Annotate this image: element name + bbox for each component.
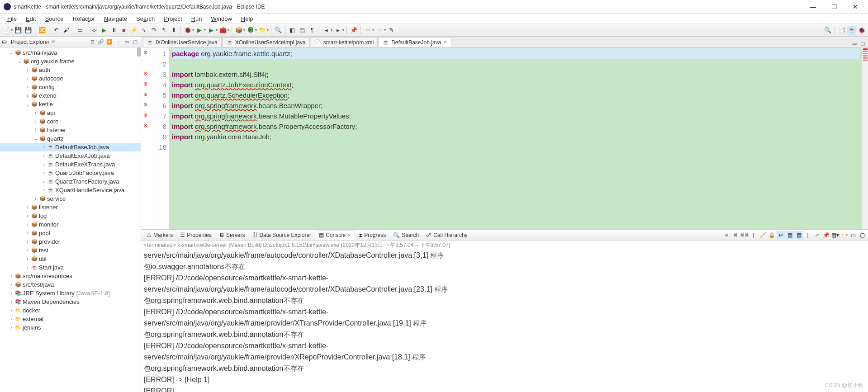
menu-project[interactable]: Project: [159, 14, 186, 23]
tree-config[interactable]: config: [39, 84, 55, 90]
max-icon[interactable]: ▢: [132, 38, 139, 46]
menu-search[interactable]: Search: [132, 14, 159, 23]
new-src-icon[interactable]: 📁: [258, 26, 267, 35]
disconnect-icon[interactable]: ⚡: [129, 26, 138, 35]
tab-console[interactable]: ▤Console✕: [315, 231, 355, 240]
error-marker-icon[interactable]: ⊗: [141, 68, 149, 79]
toggle-ws-icon[interactable]: ¶: [308, 26, 317, 35]
tab-search[interactable]: 🔍Search: [389, 231, 422, 239]
quick-access-icon[interactable]: 🔍: [823, 26, 832, 35]
error-marker-icon[interactable]: ⊗: [141, 120, 149, 131]
code-area[interactable]: package org.yaukie.frame.kettle.quartz; …: [169, 47, 862, 229]
new-icon[interactable]: 📄: [2, 26, 11, 35]
switch-icon[interactable]: 🔀: [38, 26, 47, 35]
tab-servers[interactable]: 🖥Servers: [215, 231, 248, 239]
error-marker-icon[interactable]: ⊗: [141, 99, 149, 110]
tree-listener2[interactable]: listener: [39, 204, 58, 211]
tree-autocode[interactable]: autocode: [39, 75, 63, 82]
console-display-icon[interactable]: ▤▾: [831, 231, 839, 239]
tab-callh[interactable]: ☍Call Hierarchy: [422, 231, 471, 239]
project-tree[interactable]: ⌄src/main/java ⌄org.yaukie.frame ›auth ›…: [0, 47, 141, 392]
tab-xonlineuserserviceimpl[interactable]: XOnlineUserServiceImpl.java: [223, 37, 310, 47]
error-marker-icon[interactable]: ⊗: [141, 79, 149, 89]
minimize-button[interactable]: —: [806, 3, 820, 10]
console-pin-icon[interactable]: 📌: [822, 231, 830, 239]
console-show-on-out-icon[interactable]: ▤: [786, 231, 794, 239]
fwd-icon[interactable]: ⇨: [375, 26, 384, 35]
menu-refactor[interactable]: Refactor: [68, 14, 100, 23]
tree-defaultexexjob[interactable]: DefaultExeXJob.java: [55, 152, 110, 159]
code-editor[interactable]: ⊗ ⊗ ⊗ ⊗ ⊗ ⊗ ⊗ 123 456 789 10 package org…: [141, 47, 868, 229]
link-editor-icon[interactable]: 🔗: [97, 38, 104, 46]
java-perspective-icon[interactable]: ☕: [847, 26, 856, 35]
tree-quartz[interactable]: quartz: [47, 135, 63, 142]
gutter[interactable]: ⊗ ⊗ ⊗ ⊗ ⊗ ⊗ ⊗: [141, 47, 157, 229]
next-ann-icon[interactable]: ▸: [333, 26, 342, 35]
back-icon[interactable]: ⇦: [363, 26, 372, 35]
tree-kettle[interactable]: kettle: [39, 101, 53, 108]
menu-window[interactable]: Window: [207, 14, 237, 23]
bp-max-icon[interactable]: ▢: [858, 231, 866, 239]
coverage-icon[interactable]: ▶: [207, 26, 216, 35]
tree-provider[interactable]: provider: [39, 238, 60, 245]
search-icon[interactable]: 🔍: [274, 26, 283, 35]
tree-defaultbasejob[interactable]: DefaultBaseJob.java: [55, 144, 109, 151]
tree-api[interactable]: api: [47, 109, 55, 116]
bp-min-icon[interactable]: ▭: [849, 231, 857, 239]
tree-core[interactable]: core: [47, 118, 58, 125]
tree-srctest[interactable]: src/test/java: [23, 281, 54, 288]
run-icon[interactable]: ▶: [195, 26, 204, 35]
close-button[interactable]: ✕: [849, 3, 862, 10]
explorer-close-icon[interactable]: ✕: [51, 39, 55, 45]
menu-source[interactable]: Source: [40, 14, 68, 23]
console-remove-icon[interactable]: ✖: [731, 231, 740, 239]
console-terminate-icon[interactable]: ■: [722, 231, 730, 239]
menu-navigate[interactable]: Navigate: [100, 14, 132, 23]
min-icon[interactable]: ▭: [123, 38, 130, 46]
ov-error-marker[interactable]: [863, 48, 868, 50]
tree-start[interactable]: Start.java: [39, 264, 64, 271]
prev-ann-icon[interactable]: ◂: [322, 26, 331, 35]
console-word-wrap-icon[interactable]: ↩: [777, 231, 785, 239]
debug-icon[interactable]: 🐞: [183, 26, 192, 35]
step-into-icon[interactable]: ↳: [139, 26, 148, 35]
console-scroll-lock-icon[interactable]: 🔒: [768, 231, 776, 239]
overview-ruler[interactable]: [862, 47, 868, 229]
redo-icon[interactable]: 🖌: [62, 26, 71, 35]
collapse-all-icon[interactable]: ⊟: [89, 38, 96, 46]
tab-dse[interactable]: 🗄Data Source Explorer: [248, 231, 315, 239]
editor-max-icon[interactable]: ▢: [859, 40, 866, 47]
tree-jenkins[interactable]: jenkins: [23, 324, 41, 331]
console-output[interactable]: server/src/main/java/org/yaukie/frame/au…: [141, 250, 868, 392]
tree-scrollbar[interactable]: [137, 47, 141, 57]
save-all-icon[interactable]: 💾: [24, 26, 33, 35]
console-new-icon[interactable]: ＋▾: [840, 231, 848, 239]
tree-pool[interactable]: pool: [39, 230, 50, 236]
perspective-icon[interactable]: 📑: [837, 26, 846, 35]
resume-icon[interactable]: ▶: [100, 26, 109, 35]
debug-skip-icon[interactable]: ⤼: [90, 26, 99, 35]
tab-markers[interactable]: ⚠Markers: [143, 231, 176, 239]
tree-monitor[interactable]: monitor: [39, 221, 58, 228]
error-marker-icon[interactable]: ⊗: [141, 47, 149, 58]
menu-file[interactable]: File: [3, 14, 21, 23]
terminal-icon[interactable]: ▭: [76, 26, 85, 35]
error-marker-icon[interactable]: ⊗: [141, 89, 149, 99]
menu-edit[interactable]: Edit: [21, 14, 40, 23]
tree-extend[interactable]: extend: [39, 92, 57, 99]
tab-defaultbasejob[interactable]: DefaultBaseJob.java✕: [379, 37, 451, 47]
toggle-mark-icon[interactable]: ◧: [288, 26, 297, 35]
tree-quartzjobfactory[interactable]: QuartzJobFactory.java: [55, 170, 114, 176]
drop-frame-icon[interactable]: ⬇: [169, 26, 178, 35]
tab-pom[interactable]: 📄smart-kettle/pom.xml: [311, 37, 378, 47]
ext-tools-icon[interactable]: 🧰: [218, 26, 228, 35]
menu-run[interactable]: Run: [187, 14, 207, 23]
tree-xquarthandle[interactable]: XQuartHandleService.java: [55, 187, 124, 194]
tab-progress[interactable]: ⧗Progress: [355, 231, 389, 239]
pin-icon[interactable]: 📌: [349, 26, 358, 35]
tree-src-main[interactable]: src/main/java: [23, 49, 57, 56]
tree-srcres[interactable]: src/main/resources: [23, 273, 72, 279]
maximize-button[interactable]: ☐: [828, 3, 841, 10]
tree-service[interactable]: service: [47, 195, 66, 202]
error-marker-icon[interactable]: ⊗: [141, 110, 149, 120]
